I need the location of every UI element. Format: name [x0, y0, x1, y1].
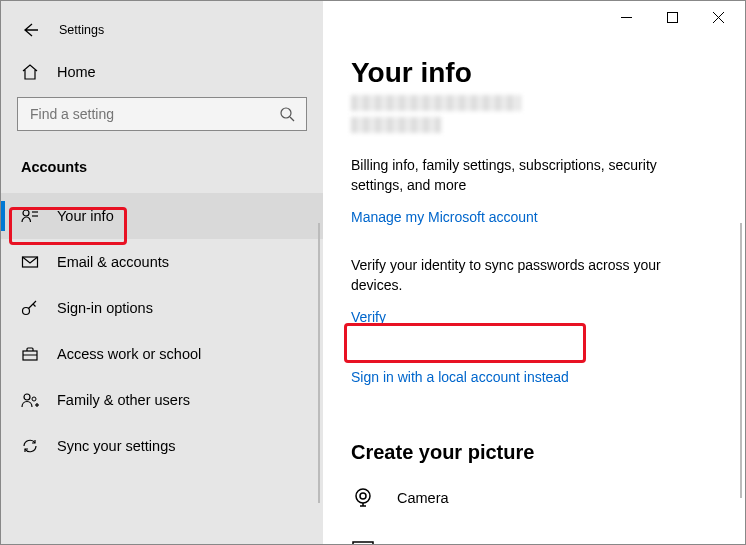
billing-description: Billing info, family settings, subscript… [351, 155, 711, 195]
svg-line-5 [290, 117, 294, 121]
svg-point-4 [281, 108, 291, 118]
camera-label: Camera [397, 490, 449, 506]
nav-label: Access work or school [57, 346, 201, 362]
sync-icon [21, 437, 39, 455]
svg-point-16 [356, 489, 370, 503]
svg-rect-18 [353, 542, 373, 544]
nav-label: Email & accounts [57, 254, 169, 270]
mail-icon [21, 253, 39, 271]
category-title: Accounts [21, 159, 307, 175]
people-icon [21, 391, 39, 409]
person-card-icon [21, 207, 39, 225]
home-nav[interactable]: Home [17, 47, 307, 97]
nav-family[interactable]: Family & other users [1, 377, 323, 423]
minimize-button[interactable] [603, 2, 649, 32]
picture-heading: Create your picture [351, 441, 735, 464]
search-box[interactable] [17, 97, 307, 131]
settings-window: Settings Home Accounts [0, 0, 746, 545]
local-account-link[interactable]: Sign in with a local account instead [351, 369, 569, 385]
nav-access-work[interactable]: Access work or school [1, 331, 323, 377]
verify-description: Verify your identity to sync passwords a… [351, 255, 711, 295]
nav-sync[interactable]: Sync your settings [1, 423, 323, 469]
verify-link[interactable]: Verify [351, 309, 386, 325]
nav-label: Family & other users [57, 392, 190, 408]
svg-point-17 [360, 493, 366, 499]
nav-your-info[interactable]: Your info [1, 193, 323, 239]
sidebar-scrollbar[interactable] [318, 223, 320, 503]
browse-label: Browse for one [397, 542, 495, 544]
svg-rect-1 [667, 12, 677, 22]
svg-point-13 [32, 397, 36, 401]
svg-point-10 [23, 308, 30, 315]
page-title: Your info [351, 57, 735, 89]
scrollbar[interactable] [740, 223, 742, 498]
nav-label: Sync your settings [57, 438, 175, 454]
sidebar: Settings Home Accounts [1, 1, 323, 544]
sidebar-nav: Your info Email & accounts Sign-in optio… [1, 193, 323, 469]
home-label: Home [57, 64, 96, 80]
search-icon [278, 105, 296, 123]
maximize-button[interactable] [649, 2, 695, 32]
nav-label: Sign-in options [57, 300, 153, 316]
home-icon [21, 63, 39, 81]
titlebar [1, 1, 745, 33]
camera-option[interactable]: Camera [351, 478, 735, 518]
nav-signin-options[interactable]: Sign-in options [1, 285, 323, 331]
manage-account-link[interactable]: Manage my Microsoft account [351, 209, 538, 225]
browse-option[interactable]: Browse for one [351, 530, 735, 544]
svg-point-12 [24, 394, 30, 400]
close-button[interactable] [695, 2, 741, 32]
search-input[interactable] [28, 105, 278, 123]
account-name-redacted [351, 95, 735, 133]
picture-icon [351, 538, 375, 544]
camera-icon [351, 486, 375, 510]
nav-label: Your info [57, 208, 114, 224]
svg-point-6 [23, 210, 29, 216]
main-content: Your info Billing info, family settings,… [323, 1, 745, 544]
key-icon [21, 299, 39, 317]
nav-email-accounts[interactable]: Email & accounts [1, 239, 323, 285]
briefcase-icon [21, 345, 39, 363]
